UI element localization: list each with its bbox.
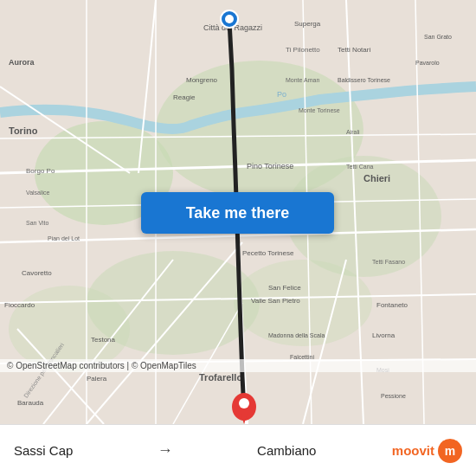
moovit-text: moovit: [392, 443, 434, 458]
svg-text:Mongreno: Mongreno: [186, 76, 218, 84]
svg-text:Livorna: Livorna: [372, 331, 396, 339]
svg-text:Palera: Palera: [87, 375, 107, 383]
svg-text:San Vito: San Vito: [26, 220, 48, 226]
bottom-bar: Sassi Cap → Cambiano moovit m: [0, 424, 476, 476]
svg-text:Airali: Airali: [346, 129, 360, 135]
svg-text:Pian del Lot: Pian del Lot: [48, 235, 80, 241]
copyright-text: © OpenStreetMap contributors | © OpenMap…: [7, 361, 196, 370]
svg-text:Testona: Testona: [91, 336, 116, 344]
take-me-there-button[interactable]: Take me there: [141, 192, 334, 234]
svg-point-65: [225, 15, 234, 23]
svg-text:Fontaneto: Fontaneto: [376, 301, 408, 309]
svg-text:Cavoretto: Cavoretto: [22, 269, 52, 277]
svg-text:Pessione: Pessione: [381, 393, 406, 399]
svg-text:San Grato: San Grato: [424, 34, 452, 40]
svg-text:Reagie: Reagie: [173, 93, 196, 101]
svg-text:Valsalice: Valsalice: [26, 190, 50, 196]
svg-text:Tetti Notari: Tetti Notari: [338, 46, 370, 54]
svg-text:Madonna della Scala: Madonna della Scala: [268, 332, 325, 338]
svg-point-67: [239, 398, 249, 408]
svg-text:Barauda: Barauda: [17, 399, 44, 407]
svg-text:Monte Torinese: Monte Torinese: [299, 107, 340, 113]
svg-text:Baldissero Torinese: Baldissero Torinese: [338, 77, 390, 83]
destination-label: Cambiano: [257, 443, 316, 458]
svg-text:Po: Po: [277, 90, 286, 99]
copyright-bar: © OpenStreetMap contributors | © OpenMap…: [0, 359, 476, 372]
svg-text:Trofarello: Trofarello: [199, 372, 242, 383]
svg-text:Torino: Torino: [9, 125, 38, 136]
svg-text:San Felice: San Felice: [268, 284, 301, 292]
origin-label: Sassi Cap: [14, 443, 73, 458]
svg-text:Pino Torinese: Pino Torinese: [247, 162, 293, 170]
svg-text:Chieri: Chieri: [363, 173, 390, 183]
svg-text:Borgo Po: Borgo Po: [26, 167, 55, 175]
svg-text:Aurora: Aurora: [9, 58, 35, 67]
svg-text:Superga: Superga: [294, 20, 321, 28]
moovit-logo: moovit m: [392, 439, 462, 463]
svg-text:Valle San Pietro: Valle San Pietro: [251, 297, 300, 305]
route-arrow-icon: →: [158, 441, 173, 460]
svg-text:Pavarolo: Pavarolo: [415, 60, 440, 66]
map-container: Po Direzione per Moncalieri Aurora Torin…: [0, 0, 476, 424]
svg-text:Ti Pilonetto: Ti Pilonetto: [286, 46, 320, 54]
svg-text:Tetti Cana: Tetti Cana: [346, 164, 374, 170]
svg-text:Pecetto Torinese: Pecetto Torinese: [242, 249, 294, 257]
moovit-icon: m: [438, 439, 462, 463]
svg-text:Tetti Fasano: Tetti Fasano: [372, 259, 405, 265]
svg-text:Fioccardo: Fioccardo: [4, 301, 35, 309]
svg-text:Monte Aman: Monte Aman: [286, 77, 319, 83]
